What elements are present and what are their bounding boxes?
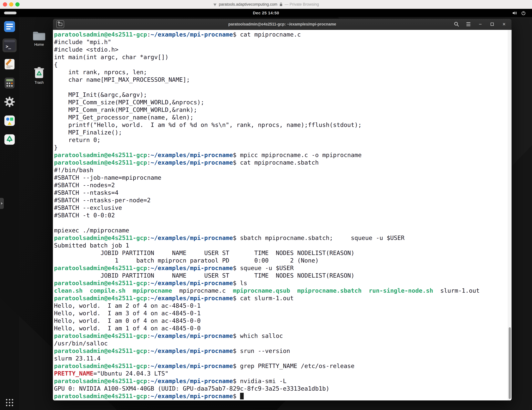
mac-minimize-button[interactable] [9, 2, 13, 7]
dock-item-software[interactable] [3, 114, 17, 127]
window-close-button[interactable]: × [501, 21, 507, 28]
terminal-line: #SBATCH --exclusive [54, 204, 507, 211]
terminal-line [54, 219, 507, 227]
recycle-app-icon [3, 133, 16, 146]
terminal-output: paratoolsadmin@e4s2511-gcp:~/examples/mp… [54, 31, 507, 400]
search-icon [454, 21, 459, 27]
terminal-line: MPI_Comm_rank(MPI_COMM_WORLD,&rank); [54, 106, 507, 114]
menu-button[interactable] [465, 21, 472, 28]
terminal-line: MPI_Finalize(); [54, 129, 507, 136]
terminal-line: GPU 0: NVIDIA A100-SXM4-40GB (UUID: GPU-… [54, 385, 507, 392]
connections-app-icon [3, 20, 16, 33]
terminal-line: 1 batch mpiprocn paratool PD 0:00 2 (Non… [54, 257, 507, 264]
desktop-icon-home[interactable]: Home [29, 30, 49, 47]
terminal-line: paratoolsadmin@e4s2511-gcp:~/examples/mp… [54, 279, 507, 287]
menu-icon [466, 22, 470, 26]
terminal-line: printf("Hello, world. I am %d of %d on %… [54, 121, 507, 129]
dock-item-recycle[interactable] [3, 133, 17, 146]
software-app-icon [3, 114, 16, 127]
system-status-area[interactable] [512, 9, 526, 17]
window-minimize-button[interactable]: − [477, 21, 484, 28]
terminal-line: #SBATCH --ntasks-per-node=2 [54, 196, 507, 204]
terminal-line: char name[MPI_MAX_PROCESSOR_NAME]; [54, 76, 507, 84]
terminal-line: Submitted batch job 1 [54, 242, 507, 249]
terminal-line: paratoolsadmin@e4s2511-gcp:~/examples/mp… [54, 294, 507, 302]
search-button[interactable] [453, 21, 460, 28]
activities-pill[interactable] [4, 12, 17, 14]
terminal-line: #!/bin/bash [54, 166, 507, 174]
terminal-line: #SBATCH --job-name=mpiprocname [54, 174, 507, 181]
mac-close-button[interactable] [3, 2, 7, 7]
terminal-line: paratoolsadmin@e4s2511-gcp:~/examples/mp… [54, 377, 507, 385]
app-grid-button[interactable] [6, 399, 13, 406]
clock[interactable]: Dec 25 14:50 [253, 11, 279, 15]
terminal-line: JOBID PARTITION NAME USER ST TIME NODES … [54, 272, 507, 279]
terminal-scrollbar[interactable] [508, 30, 512, 400]
dock: >_ [0, 17, 19, 410]
desktop-icon-trash[interactable]: Trash [29, 67, 49, 85]
terminal-line: paratoolsadmin@e4s2511-gcp:~/examples/mp… [54, 362, 507, 370]
new-tab-icon-plus [58, 21, 59, 23]
minimize-icon: − [479, 21, 482, 27]
dock-item-terminal[interactable]: >_ [3, 38, 17, 52]
terminal-line: int rank, nprocs, len; [54, 68, 507, 76]
terminal-line: paratoolsadmin@e4s2511-gcp:~/examples/mp… [54, 234, 507, 242]
terminal-window: paratoolsadmin@e4s2511-gcp: ~/examples/m… [53, 19, 512, 400]
remote-desktop: Dec 25 14:50 [0, 9, 532, 410]
close-icon: × [503, 21, 505, 27]
terminal-line: #include "mpi.h" [54, 38, 507, 46]
terminal-line: Hello, world. I am 1 of 4 on ac-4845-0-0 [54, 324, 507, 332]
settings-app-icon [3, 96, 16, 108]
maximize-icon [491, 23, 494, 26]
window-maximize-button[interactable] [489, 21, 496, 28]
dock-item-calculator[interactable] [3, 76, 17, 90]
terminal-line [54, 84, 507, 91]
terminal-scrollbar-thumb[interactable] [509, 327, 511, 399]
terminal-window-title: paratoolsadmin@e4s2511-gcp: ~/examples/m… [228, 22, 336, 27]
terminal-line: Hello, world. I am 0 of 4 on ac-4845-0-0 [54, 317, 507, 324]
terminal-line: paratoolsadmin@e4s2511-gcp:~/examples/mp… [54, 347, 507, 355]
terminal-line: #SBATCH --ntasks=4 [54, 189, 507, 196]
terminal-line: paratoolsadmin@e4s2511-gcp:~/examples/mp… [54, 392, 507, 400]
calculator-app-icon [3, 77, 16, 89]
terminal-line: return 0; [54, 136, 507, 144]
terminal-line: clean.sh compile.sh mpiprocname mpiprocn… [54, 287, 507, 294]
terminal-headerbar: paratoolsadmin@e4s2511-gcp: ~/examples/m… [53, 19, 512, 30]
dock-item-settings[interactable] [3, 95, 17, 109]
desktop-icon-label: Trash [35, 80, 44, 85]
text-editor-app-icon [3, 58, 16, 70]
terminal-line: JOBID PARTITION NAME USER ST TIME NODES … [54, 249, 507, 257]
traffic-lights [3, 2, 19, 7]
trash-icon [33, 67, 45, 79]
terminal-body[interactable]: paratoolsadmin@e4s2511-gcp:~/examples/mp… [53, 30, 512, 400]
terminal-line: MPI_Init(&argc,&argv); [54, 91, 507, 98]
terminal-line: #include <stdio.h> [54, 46, 507, 53]
terminal-line: Hello, world. I am 3 of 4 on ac-4845-0-1 [54, 309, 507, 317]
private-browsing-label: — Private Browsing [285, 2, 319, 7]
dock-item-text-editor[interactable] [3, 57, 17, 71]
terminal-app-icon: >_ [3, 39, 16, 52]
terminal-cursor [240, 393, 244, 400]
power-icon [521, 10, 526, 16]
terminal-line: #SBATCH --nodes=2 [54, 181, 507, 189]
site-url: paratools.adaptivecomputing.com [219, 2, 277, 7]
terminal-line: paratoolsadmin@e4s2511-gcp:~/examples/mp… [54, 151, 507, 159]
terminal-line: paratoolsadmin@e4s2511-gcp:~/examples/mp… [54, 332, 507, 340]
site-icon [213, 2, 217, 6]
dock-item-connections[interactable] [3, 20, 17, 33]
terminal-line: paratoolsadmin@e4s2511-gcp:~/examples/mp… [54, 31, 507, 38]
terminal-line: int main(int argc, char *argv[]) [54, 53, 507, 61]
terminal-line: /usr/bin/salloc [54, 340, 507, 347]
mac-zoom-button[interactable] [15, 2, 19, 7]
svg-text:>_: >_ [6, 44, 11, 49]
terminal-line: MPI_Get_processor_name(name, &len); [54, 114, 507, 121]
lock-icon [279, 2, 283, 6]
new-tab-button[interactable] [56, 20, 64, 28]
gnome-top-bar: Dec 25 14:50 [0, 9, 532, 17]
macos-titlebar: paratools.adaptivecomputing.com — Privat… [0, 0, 532, 9]
terminal-line: mpiexec ./mpiprocname [54, 227, 507, 234]
desktop-icon-label: Home [34, 42, 44, 47]
side-panel-handle[interactable] [0, 198, 4, 209]
volume-icon [512, 10, 517, 16]
terminal-line: paratoolsadmin@e4s2511-gcp:~/examples/mp… [54, 264, 507, 272]
